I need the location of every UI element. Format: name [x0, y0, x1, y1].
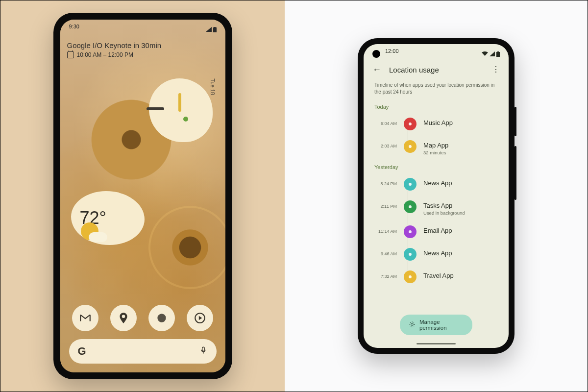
page-title: Location usage — [389, 66, 484, 74]
svg-point-7 — [409, 183, 412, 186]
entry-body: Music App — [423, 118, 453, 126]
status-bar: 9:30 — [60, 20, 225, 35]
entry-time: 2:03 AM — [374, 140, 397, 148]
status-bar: 12:00 — [364, 44, 509, 60]
navigation-bar[interactable] — [416, 343, 456, 344]
svg-rect-4 — [497, 51, 499, 52]
wifi-icon — [482, 51, 488, 56]
camera-punch-hole — [372, 50, 380, 58]
calendar-time-row: 10:00 AM – 12:00 PM — [67, 51, 219, 58]
status-time: 9:30 — [69, 24, 79, 35]
app-dot-icon — [404, 140, 416, 153]
status-icons — [482, 48, 500, 60]
timeline-container: Today6:04 AMMusic App2:03 AMMap App32 mi… — [364, 100, 509, 288]
svg-point-6 — [409, 145, 412, 148]
search-bar[interactable]: G — [69, 339, 217, 364]
svg-point-5 — [409, 122, 412, 125]
app-dot-icon — [404, 200, 416, 213]
calendar-icon — [67, 51, 74, 58]
app-dock — [60, 305, 225, 331]
maps-app-icon[interactable] — [110, 305, 137, 331]
manage-permission-label: Manage permission — [419, 319, 464, 331]
timeline-entry[interactable]: 8:24 PMNews App — [374, 173, 498, 196]
entry-time: 11:14 AM — [374, 225, 397, 234]
svg-rect-1 — [214, 27, 216, 28]
settings-screen: 12:00 ← Location usage ⋮ — [364, 44, 509, 348]
app-dot-icon — [404, 270, 416, 283]
clock-second-dot — [183, 117, 188, 122]
calendar-widget[interactable]: Google I/O Keynote in 30min 10:00 AM – 1… — [67, 41, 219, 58]
settings-header: ← Location usage ⋮ — [364, 60, 509, 79]
entry-app-name: Tasks App — [423, 202, 465, 209]
back-icon[interactable]: ← — [372, 65, 381, 75]
entry-app-name: News App — [423, 249, 452, 257]
entry-time: 9:46 AM — [374, 248, 397, 256]
mic-icon[interactable] — [199, 346, 208, 357]
ytmusic-app-icon[interactable] — [187, 305, 213, 331]
right-panel: 12:00 ← Location usage ⋮ — [285, 0, 588, 392]
cloud-icon — [89, 232, 107, 242]
phone-home-frame: 9:30 Google I/O Keynote in 30min 10:00 A… — [53, 13, 232, 379]
phone-settings-frame: 12:00 ← Location usage ⋮ — [358, 38, 514, 354]
entry-app-name: Music App — [423, 119, 453, 126]
photos-app-icon[interactable] — [148, 305, 175, 331]
entry-app-name: Map App — [423, 142, 448, 149]
app-dot-icon — [404, 178, 416, 191]
svg-point-9 — [409, 230, 412, 233]
section-label: Today — [364, 100, 509, 113]
home-screen: 9:30 Google I/O Keynote in 30min 10:00 A… — [60, 20, 225, 372]
clock-date: Tue 18 — [210, 78, 216, 95]
entry-body: News App — [423, 178, 452, 187]
manage-permission-button[interactable]: Manage permission — [400, 315, 472, 335]
timeline-entry[interactable]: 9:46 AMNews App — [374, 243, 498, 266]
timeline-entry[interactable]: 11:14 AMEmail App — [374, 220, 498, 243]
gear-icon — [409, 321, 416, 329]
signal-icon — [206, 27, 212, 32]
entry-body: Travel App — [423, 270, 454, 279]
timeline-section: 8:24 PMNews App2:11 PMTasks AppUsed in b… — [364, 173, 509, 288]
svg-rect-3 — [496, 52, 500, 57]
calendar-title: Google I/O Keynote in 30min — [67, 41, 219, 49]
entry-body: Map App32 minutes — [423, 140, 448, 155]
entry-app-name: Email App — [423, 227, 452, 234]
entry-time: 7:32 AM — [374, 270, 397, 279]
svg-point-10 — [409, 253, 412, 256]
battery-icon — [213, 27, 217, 32]
status-icons — [206, 24, 217, 35]
calendar-time: 10:00 AM – 12:00 PM — [77, 51, 133, 58]
entry-app-name: Travel App — [423, 272, 454, 279]
timeline-entry[interactable]: 2:11 PMTasks AppUsed in background — [374, 196, 498, 220]
entry-subtitle: Used in background — [423, 210, 465, 216]
entry-time: 8:24 PM — [374, 178, 397, 186]
timeline-entry[interactable]: 6:04 AMMusic App — [374, 113, 498, 135]
entry-time: 6:04 AM — [374, 118, 397, 126]
battery-icon — [496, 51, 500, 57]
timeline-entry[interactable]: 7:32 AMTravel App — [374, 266, 498, 288]
app-dot-icon — [404, 225, 416, 238]
entry-time: 2:11 PM — [374, 200, 397, 209]
clock-minute-hand — [147, 107, 164, 110]
overflow-icon[interactable]: ⋮ — [492, 68, 500, 71]
page-description: Timeline of when apps used your location… — [364, 79, 509, 100]
app-dot-icon — [404, 248, 416, 261]
entry-subtitle: 32 minutes — [423, 150, 448, 155]
svg-rect-0 — [213, 27, 217, 32]
google-logo: G — [78, 345, 86, 358]
entry-body: Email App — [423, 225, 452, 234]
entry-body: News App — [423, 248, 452, 257]
entry-app-name: News App — [423, 179, 452, 187]
signal-icon — [490, 51, 495, 56]
svg-point-8 — [409, 205, 412, 208]
app-dot-icon — [404, 118, 416, 130]
gmail-app-icon[interactable] — [72, 305, 98, 331]
svg-point-11 — [409, 275, 412, 278]
left-panel: 9:30 Google I/O Keynote in 30min 10:00 A… — [0, 0, 285, 392]
timeline-entry[interactable]: 2:03 AMMap App32 minutes — [374, 135, 498, 160]
clock-hour-hand — [178, 93, 181, 112]
timeline-section: 6:04 AMMusic App2:03 AMMap App32 minutes — [364, 113, 509, 160]
section-label: Yesterday — [364, 160, 509, 173]
entry-body: Tasks AppUsed in background — [423, 200, 465, 216]
